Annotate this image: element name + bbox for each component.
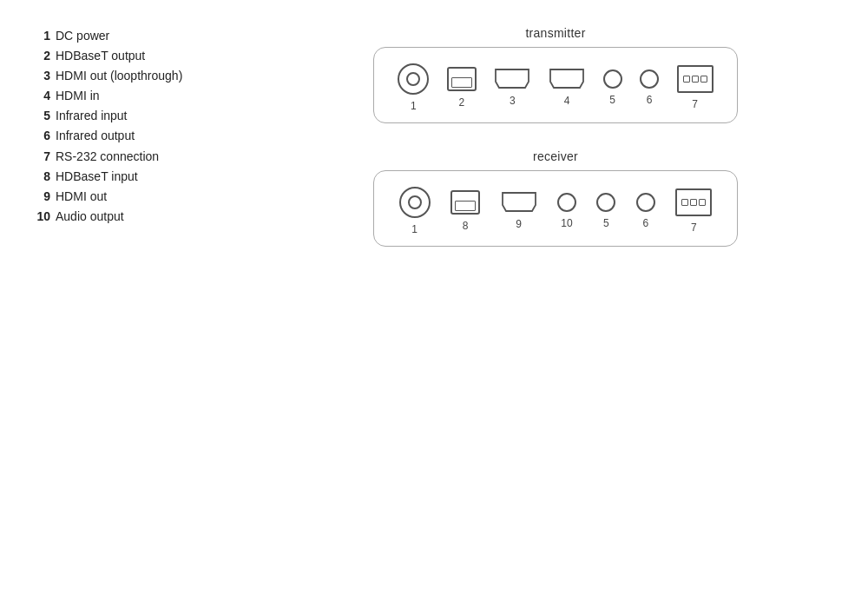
port-item: 1 bbox=[399, 187, 431, 235]
terminal-pin bbox=[700, 76, 707, 83]
legend-item: 6 Infrared output bbox=[35, 126, 226, 146]
legend-num: 6 bbox=[35, 126, 50, 146]
transmitter-box: 12 3 4567 bbox=[373, 47, 738, 123]
legend-num: 7 bbox=[35, 147, 50, 167]
diagram-receiver: receiver18 910567 bbox=[278, 149, 833, 247]
legend-num: 8 bbox=[35, 167, 50, 187]
legend-text: HDMI out (loopthrough) bbox=[56, 66, 182, 86]
legend-text: HDBaseT input bbox=[56, 167, 138, 187]
port-circle bbox=[596, 193, 615, 212]
port-circle bbox=[636, 193, 655, 212]
legend-item: 3 HDMI out (loopthrough) bbox=[35, 66, 226, 86]
legend-item: 7 RS-232 connection bbox=[35, 147, 226, 167]
svg-marker-0 bbox=[496, 69, 529, 88]
port-item: 9 bbox=[501, 192, 537, 230]
port-rj45 bbox=[450, 190, 480, 215]
hdmi-icon bbox=[494, 69, 530, 89]
port-number: 10 bbox=[561, 217, 572, 229]
page-content: 1 DC power 2 HDBaseT output 3 HDMI out (… bbox=[35, 17, 833, 247]
port-number: 6 bbox=[647, 94, 653, 106]
legend-item: 5 Infrared input bbox=[35, 106, 226, 126]
diagrams: transmitter12 3 4567receiver18 910567 bbox=[278, 17, 833, 247]
legend-item: 4 HDMI in bbox=[35, 86, 226, 106]
svg-marker-2 bbox=[503, 193, 536, 211]
legend-num: 1 bbox=[35, 26, 50, 46]
legend-text: DC power bbox=[56, 26, 109, 46]
terminal-pin bbox=[683, 76, 690, 83]
legend-item: 2 HDBaseT output bbox=[35, 46, 226, 66]
port-number: 7 bbox=[692, 98, 698, 110]
receiver-box: 18 910567 bbox=[373, 170, 738, 247]
port-item: 5 bbox=[596, 193, 615, 229]
transmitter-ports-row: 12 3 4567 bbox=[391, 63, 720, 112]
legend-item: 10 Audio output bbox=[35, 207, 226, 227]
port-item: 6 bbox=[640, 69, 659, 106]
legend: 1 DC power 2 HDBaseT output 3 HDMI out (… bbox=[35, 17, 226, 247]
port-hdmi bbox=[501, 192, 537, 213]
port-item: 4 bbox=[549, 69, 585, 107]
legend-text: RS-232 connection bbox=[56, 147, 159, 167]
legend-text: Infrared output bbox=[56, 126, 135, 146]
legend-item: 1 DC power bbox=[35, 26, 226, 46]
legend-text: HDMI out bbox=[56, 187, 107, 207]
legend-text: Infrared input bbox=[56, 106, 128, 126]
port-number: 9 bbox=[516, 218, 522, 230]
port-number: 6 bbox=[642, 217, 648, 229]
port-number: 1 bbox=[411, 223, 418, 235]
port-rj45 bbox=[447, 67, 477, 91]
port-item: 5 bbox=[603, 69, 622, 106]
port-circle bbox=[557, 193, 576, 212]
port-hdmi bbox=[494, 69, 530, 89]
port-item: 1 bbox=[398, 63, 429, 112]
legend-item: 9 HDMI out bbox=[35, 187, 226, 207]
legend-num: 3 bbox=[35, 66, 50, 86]
legend-num: 2 bbox=[35, 46, 50, 66]
port-circle bbox=[603, 69, 622, 89]
port-number: 1 bbox=[411, 100, 417, 112]
legend-text: Audio output bbox=[56, 207, 124, 227]
legend-num: 4 bbox=[35, 86, 50, 106]
port-number: 7 bbox=[691, 221, 697, 234]
terminal-pin bbox=[692, 76, 699, 83]
legend-text: HDMI in bbox=[56, 86, 100, 106]
terminal-pin bbox=[681, 199, 688, 206]
legend-item: 8 HDBaseT input bbox=[35, 167, 226, 187]
receiver-label: receiver bbox=[533, 149, 578, 163]
diagram-transmitter: transmitter12 3 4567 bbox=[278, 26, 833, 123]
terminal-pin bbox=[690, 199, 697, 206]
svg-marker-1 bbox=[550, 69, 583, 88]
port-number: 5 bbox=[603, 217, 609, 229]
legend-text: HDBaseT output bbox=[56, 46, 145, 66]
port-item: 8 bbox=[450, 190, 480, 232]
port-terminal bbox=[677, 65, 713, 93]
legend-num: 5 bbox=[35, 106, 50, 126]
port-circle bbox=[640, 69, 659, 89]
hdmi-icon bbox=[501, 192, 537, 213]
legend-num: 9 bbox=[35, 187, 50, 207]
port-number: 5 bbox=[609, 94, 615, 106]
receiver-ports-row: 18 910567 bbox=[391, 187, 720, 235]
port-dc-power bbox=[399, 187, 431, 218]
port-terminal bbox=[675, 188, 712, 216]
port-hdmi bbox=[549, 69, 585, 89]
legend-num: 10 bbox=[35, 207, 50, 227]
port-item: 6 bbox=[636, 193, 655, 229]
port-dc-power bbox=[398, 63, 429, 95]
port-number: 2 bbox=[459, 96, 465, 109]
port-item: 7 bbox=[677, 65, 713, 110]
port-number: 3 bbox=[510, 95, 516, 107]
port-item: 3 bbox=[494, 69, 530, 107]
port-number: 4 bbox=[564, 95, 570, 107]
hdmi-icon bbox=[549, 69, 585, 89]
port-number: 8 bbox=[463, 220, 469, 232]
terminal-pin bbox=[699, 199, 706, 206]
port-item: 2 bbox=[447, 67, 477, 109]
transmitter-label: transmitter bbox=[525, 26, 585, 40]
port-item: 10 bbox=[557, 193, 576, 229]
port-item: 7 bbox=[675, 188, 712, 234]
